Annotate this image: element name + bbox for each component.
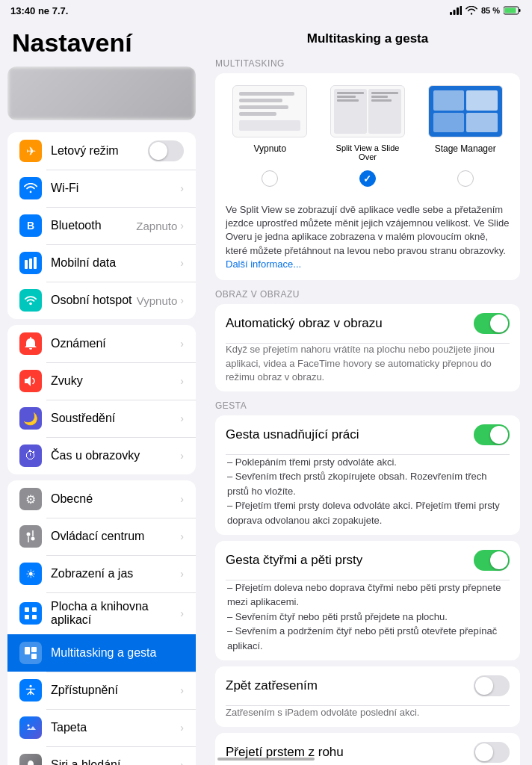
prejeti-toggle[interactable] — [474, 742, 510, 763]
svg-rect-16 — [32, 607, 37, 612]
multitasking-options: Vypnuto — [215, 73, 520, 167]
bullet-2: – Sevřením čtyř nebo pěti prstů přejdete… — [226, 610, 510, 625]
sidebar-item-zvuky[interactable]: Zvuky › — [7, 362, 196, 400]
bullet-3: – Přejetím třemi prsty doleva odvoláte a… — [226, 498, 510, 527]
chevron-icon: › — [180, 530, 184, 542]
sidebar-item-obecne[interactable]: ⚙ Obecné › — [7, 480, 196, 518]
svg-point-12 — [31, 537, 35, 541]
obecne-icon: ⚙ — [19, 488, 42, 510]
gesta-usnadnujici-toggle[interactable] — [474, 424, 510, 445]
mt-label-stage: Stage Manager — [435, 143, 496, 154]
radio-vypnuto[interactable] — [262, 170, 278, 187]
obraz-card: Automatický obraz v obrazu Když se přeje… — [215, 304, 520, 391]
multitasking-section-header: MULTITASKING — [203, 55, 532, 73]
mobilni-icon — [19, 252, 42, 274]
letovy-rezim-toggle[interactable] — [148, 140, 184, 161]
gesta-usnadnujici-row: Gesta usnadňující práci — [215, 415, 520, 454]
chevron-icon: › — [180, 294, 184, 306]
svg-point-22 — [29, 685, 31, 687]
mt-label-split: Split View a Slide Over — [330, 143, 405, 161]
chevron-icon: › — [180, 338, 184, 350]
sidebar-item-tapeta[interactable]: Tapeta › — [7, 709, 196, 746]
chevron-icon: › — [180, 220, 184, 232]
sidebar-item-soustredeni[interactable]: 🌙 Soustředění › — [7, 400, 196, 437]
svg-rect-19 — [25, 647, 30, 654]
status-time-date: 13:40 ne 7.7. — [10, 5, 68, 16]
hotspot-icon — [19, 289, 42, 312]
sidebar-item-siri[interactable]: Siri a hledání › — [7, 746, 196, 765]
panel-title: Multitasking a gesta — [203, 21, 532, 55]
chevron-icon: › — [180, 257, 184, 269]
sidebar-item-oznámení[interactable]: Oznámení › — [7, 325, 196, 362]
multitasking-icon — [19, 642, 42, 664]
battery-icon — [504, 6, 522, 15]
radio-split[interactable] — [359, 170, 376, 187]
obraz-toggle[interactable] — [474, 313, 510, 334]
sidebar-item-letovy-rezim[interactable]: ✈ Letový režim — [7, 132, 196, 170]
profile-section[interactable] — [7, 66, 196, 120]
sidebar: Nastavení ✈ Letový režim Wi-Fi › B Bluet… — [0, 21, 203, 765]
svg-point-23 — [28, 725, 30, 727]
gesta-ctyrmi-toggle[interactable] — [474, 550, 510, 571]
svg-point-10 — [29, 303, 32, 306]
obraz-description: Když se přejetím nahoru vrátíte na ploch… — [215, 343, 520, 391]
sidebar-item-ovladaci[interactable]: Ovládací centrum › — [7, 518, 196, 555]
soustredeni-icon: 🌙 — [19, 407, 42, 430]
radio-stage[interactable] — [457, 170, 474, 187]
cas-icon: ⏱ — [19, 445, 42, 467]
sidebar-label-hotspot: Osobní hotspot — [51, 294, 137, 307]
chevron-icon: › — [180, 607, 184, 619]
sidebar-label-plocha: Plocha a knihovna aplikací — [51, 600, 177, 627]
sidebar-item-wifi[interactable]: Wi-Fi › — [7, 170, 196, 207]
sidebar-label-letovy-rezim: Letový režim — [51, 144, 148, 158]
sidebar-item-bluetooth[interactable]: B Bluetooth Zapnuto › — [7, 207, 196, 244]
sidebar-section-notifications: Oznámení › Zvuky › 🌙 Soustředění › ⏱ Čas… — [7, 325, 196, 474]
mt-option-vypnuto[interactable]: Vypnuto — [221, 85, 319, 161]
zpet-description: Zatřesením s iPadem odvoláte poslední ak… — [215, 706, 520, 727]
profile-blur — [7, 66, 196, 120]
mt-label-vypnuto: Vypnuto — [254, 143, 287, 154]
mt-option-stage[interactable]: Stage Manager — [416, 85, 514, 161]
obraz-label: Automatický obraz v obrazu — [226, 316, 474, 331]
svg-rect-21 — [31, 654, 37, 659]
sidebar-item-multitasking[interactable]: Multitasking a gesta — [7, 634, 196, 672]
multitasking-card: Vypnuto — [215, 73, 520, 280]
wifi-icon — [466, 6, 477, 15]
svg-rect-3 — [460, 6, 462, 15]
letovy-rezim-icon: ✈ — [19, 140, 42, 162]
sidebar-item-hotspot[interactable]: Osobní hotspot Vypnuto › — [7, 282, 196, 319]
sidebar-label-wifi: Wi-Fi — [51, 182, 177, 195]
sidebar-item-zpristupneni[interactable]: Zpřístupnění › — [7, 672, 196, 709]
gesta-ctyrmi-bullets: – Přejetím doleva nebo doprava čtyřmi ne… — [215, 580, 520, 661]
mt-image-vypnuto — [232, 85, 307, 137]
sidebar-label-multitasking: Multitasking a gesta — [51, 646, 184, 660]
svg-point-24 — [28, 761, 34, 765]
dalsi-informace-link[interactable]: Další informace... — [226, 258, 301, 270]
bluetooth-icon: B — [19, 214, 42, 237]
chevron-icon: › — [180, 450, 184, 462]
bullet-2: – Sevřením třech prstů zkopírujete obsah… — [226, 469, 510, 498]
sidebar-label-oznámení: Oznámení — [51, 337, 177, 350]
sidebar-label-cas: Čas u obrazovky — [51, 449, 177, 462]
gesta-section-header: GESTA — [203, 397, 532, 415]
sidebar-label-siri: Siri a hledání — [51, 758, 177, 765]
mt-image-stage — [428, 85, 503, 137]
sidebar-section-system: ⚙ Obecné › Ovládací centrum › ☀ Zobrazen… — [7, 480, 196, 765]
zpet-toggle[interactable] — [474, 675, 510, 696]
mt-option-split[interactable]: Split View a Slide Over — [319, 85, 417, 161]
svg-rect-9 — [34, 257, 37, 269]
svg-rect-5 — [519, 9, 521, 12]
sidebar-label-zobrazeni: Zobrazení a jas — [51, 567, 177, 580]
sidebar-item-zobrazeni[interactable]: ☀ Zobrazení a jas › — [7, 555, 196, 592]
zpristupneni-icon — [19, 679, 42, 701]
sidebar-section-connectivity: ✈ Letový režim Wi-Fi › B Bluetooth Zapnu… — [7, 132, 196, 319]
sidebar-item-plocha[interactable]: Plocha a knihovna aplikací › — [7, 592, 196, 634]
sidebar-item-mobilni-data[interactable]: Mobilní data › — [7, 244, 196, 282]
oznameni-icon — [19, 332, 42, 355]
sidebar-item-cas[interactable]: ⏱ Čas u obrazovky › — [7, 437, 196, 474]
status-indicators: 85 % — [450, 6, 522, 15]
signal-icon — [450, 6, 462, 15]
gesta-usnadnujici-card: Gesta usnadňující práci – Poklepáním tře… — [215, 415, 520, 535]
sidebar-label-zpristupneni: Zpřístupnění — [51, 684, 177, 697]
mt-image-split — [330, 85, 405, 137]
